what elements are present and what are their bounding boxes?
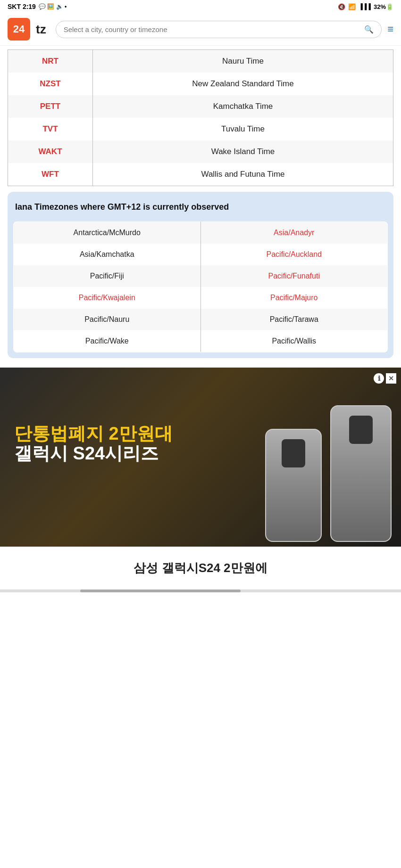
logo-box: 24 <box>8 18 30 41</box>
table-row: NRT Nauru Time <box>8 50 393 73</box>
table-row: WAKT Wake Island Time <box>8 140 393 163</box>
phone-2 <box>330 405 392 542</box>
tz-code: NZST <box>8 73 93 95</box>
table-row: Pacific/Fiji Pacific/Funafuti <box>14 265 388 287</box>
tz-name: New Zealand Standard Time <box>93 73 393 95</box>
logo-number: 24 <box>13 23 25 35</box>
iana-table: Antarctica/McMurdo Asia/Anadyr Asia/Kamc… <box>13 221 388 352</box>
iana-col1: Pacific/Wake <box>14 330 201 352</box>
scroll-bar[interactable] <box>0 590 401 592</box>
phone-group <box>265 405 392 542</box>
wifi-icon: 📶 <box>348 3 356 10</box>
ad-line1: 단통법폐지 2만원대 <box>14 424 173 444</box>
signal-icon: ▐▐▐ <box>359 3 371 10</box>
table-row: NZST New Zealand Standard Time <box>8 73 393 95</box>
status-right: 🔇 📶 ▐▐▐ 32%🔋 <box>338 3 393 10</box>
iana-col1: Pacific/Fiji <box>14 265 201 287</box>
ad-line2: 갤럭시 S24시리즈 <box>14 444 173 464</box>
mute-icon: 🔇 <box>338 3 345 10</box>
ad-close-icon[interactable]: ✕ <box>386 373 396 384</box>
scroll-thumb <box>80 590 241 592</box>
menu-icon[interactable]: ≡ <box>387 23 393 35</box>
table-row: Pacific/Nauru Pacific/Tarawa <box>14 309 388 330</box>
battery-text: 32%🔋 <box>374 3 393 10</box>
phone-camera-1 <box>282 439 305 467</box>
search-bar[interactable]: 🔍 <box>56 21 382 38</box>
table-row: Pacific/Kwajalein Pacific/Majuro <box>14 287 388 309</box>
table-row: PETT Kamchatka Time <box>8 95 393 118</box>
tz-name: Wallis and Futuna Time <box>93 163 393 186</box>
iana-section-header: Iana Timezones where GMT+12 is currently… <box>13 197 388 217</box>
timezone-table: NRT Nauru Time NZST New Zealand Standard… <box>8 49 393 186</box>
table-row: Asia/Kamchatka Pacific/Auckland <box>14 244 388 265</box>
tz-code: NRT <box>8 50 93 73</box>
ad-banner: ℹ ✕ 단통법폐지 2만원대 갤럭시 S24시리즈 <box>0 368 401 547</box>
iana-col2: Pacific/Wallis <box>200 330 388 352</box>
iana-col2: Pacific/Auckland <box>200 244 388 265</box>
ad-text: 단통법폐지 2만원대 갤럭시 S24시리즈 <box>14 424 173 464</box>
tz-name: Wake Island Time <box>93 140 393 163</box>
carrier-text: SKT 2:19 <box>8 3 36 10</box>
tz-code: WAKT <box>8 140 93 163</box>
phone-1 <box>265 429 322 542</box>
tz-code: PETT <box>8 95 93 118</box>
iana-col2: Pacific/Majuro <box>200 287 388 309</box>
tz-name: Tuvalu Time <box>93 118 393 140</box>
status-left: SKT 2:19 💬 🖼️ 🔉 • <box>8 3 67 10</box>
iana-col1: Antarctica/McMurdo <box>14 222 201 244</box>
iana-col2: Pacific/Tarawa <box>200 309 388 330</box>
iana-section: Iana Timezones where GMT+12 is currently… <box>8 192 393 358</box>
table-row: WFT Wallis and Futuna Time <box>8 163 393 186</box>
footer-ad: 삼성 갤럭시S24 2만원에 <box>0 547 401 590</box>
ad-info-icon[interactable]: ℹ <box>374 373 384 384</box>
iana-col2: Asia/Anadyr <box>200 222 388 244</box>
search-input[interactable] <box>64 25 360 33</box>
status-bar: SKT 2:19 💬 🖼️ 🔉 • 🔇 📶 ▐▐▐ 32%🔋 <box>0 0 401 13</box>
header: 24 tz 🔍 ≡ <box>0 13 401 46</box>
tz-code: WFT <box>8 163 93 186</box>
tz-name: Nauru Time <box>93 50 393 73</box>
search-icon: 🔍 <box>364 25 374 34</box>
iana-col1: Pacific/Nauru <box>14 309 201 330</box>
status-icons: 💬 🖼️ 🔉 • <box>39 3 67 10</box>
logo-tz: tz <box>36 22 46 37</box>
table-row: Pacific/Wake Pacific/Wallis <box>14 330 388 352</box>
table-row: Antarctica/McMurdo Asia/Anadyr <box>14 222 388 244</box>
iana-col1: Asia/Kamchatka <box>14 244 201 265</box>
table-row: TVT Tuvalu Time <box>8 118 393 140</box>
tz-code: TVT <box>8 118 93 140</box>
iana-col1: Pacific/Kwajalein <box>14 287 201 309</box>
main-content: NRT Nauru Time NZST New Zealand Standard… <box>0 49 401 358</box>
phone-camera-2 <box>349 416 373 444</box>
iana-col2: Pacific/Funafuti <box>200 265 388 287</box>
tz-name: Kamchatka Time <box>93 95 393 118</box>
